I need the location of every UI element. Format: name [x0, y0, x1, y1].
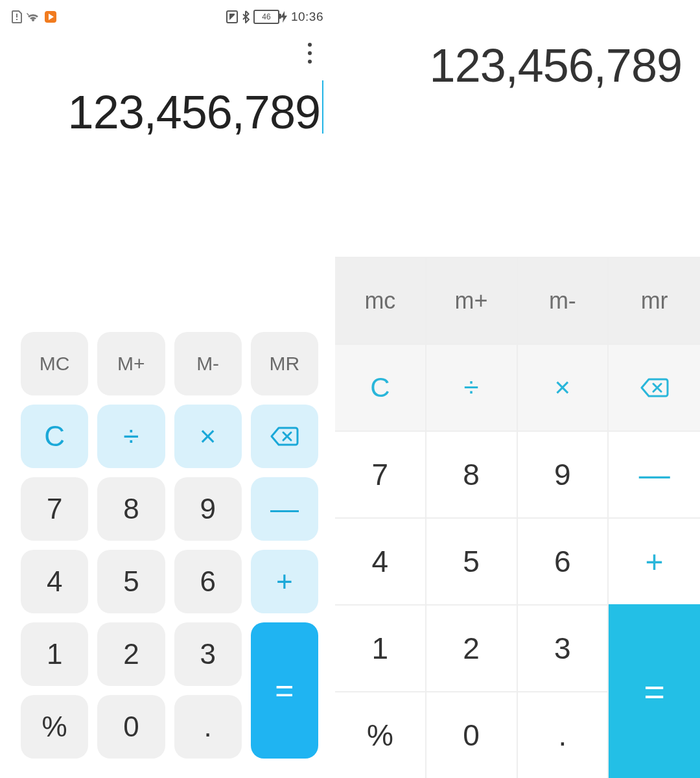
- menu-bar: [0, 34, 335, 73]
- clock: 10:36: [291, 10, 323, 24]
- left-calculator: 46 10:36 123,456,789 MC M+ M- MR C ÷ × 7: [0, 0, 335, 778]
- digit-8-button[interactable]: 8: [426, 430, 518, 517]
- minus-button[interactable]: —: [251, 477, 318, 541]
- battery-indicator: 46: [253, 10, 287, 24]
- digit-8-button[interactable]: 8: [97, 477, 165, 541]
- keypad: MC M+ M- MR C ÷ × 7 8 9 — 4 5 6 + 1 2 3 …: [0, 332, 335, 778]
- memory-recall-button[interactable]: mr: [609, 257, 700, 344]
- keypad: mc m+ m- mr C ÷ × 7 8 9 — 4 5 6 + 1 2 3 …: [335, 257, 700, 778]
- digit-0-button[interactable]: 0: [97, 695, 165, 759]
- digit-5-button[interactable]: 5: [97, 550, 165, 613]
- multiply-button[interactable]: ×: [518, 344, 609, 430]
- digit-2-button[interactable]: 2: [97, 622, 165, 686]
- right-calculator: 123,456,789 mc m+ m- mr C ÷ × 7 8 9 — 4 …: [335, 0, 700, 778]
- backspace-icon: [270, 426, 299, 447]
- clear-button[interactable]: C: [21, 405, 88, 468]
- status-bar: 46 10:36: [0, 0, 335, 34]
- display-value: 123,456,789: [335, 39, 682, 92]
- digit-2-button[interactable]: 2: [426, 604, 518, 691]
- percent-button[interactable]: %: [21, 695, 88, 759]
- digit-3-button[interactable]: 3: [174, 622, 242, 686]
- memory-minus-button[interactable]: M-: [174, 332, 242, 395]
- plus-button[interactable]: +: [609, 517, 700, 604]
- bluetooth-icon: [242, 10, 250, 23]
- digit-9-button[interactable]: 9: [518, 430, 609, 517]
- media-icon: [44, 10, 57, 23]
- digit-7-button[interactable]: 7: [335, 430, 426, 517]
- equals-button[interactable]: =: [251, 622, 318, 759]
- battery-level: 46: [262, 12, 270, 21]
- decimal-button[interactable]: .: [174, 695, 242, 759]
- digit-6-button[interactable]: 6: [174, 550, 242, 613]
- nfc-icon: [226, 10, 238, 23]
- divide-button[interactable]: ÷: [426, 344, 518, 430]
- display: 123,456,789: [0, 73, 335, 136]
- plus-button[interactable]: +: [251, 550, 318, 613]
- digit-3-button[interactable]: 3: [518, 604, 609, 691]
- digit-1-button[interactable]: 1: [21, 622, 88, 686]
- backspace-button[interactable]: [251, 405, 318, 468]
- digit-7-button[interactable]: 7: [21, 477, 88, 541]
- memory-plus-button[interactable]: M+: [97, 332, 165, 395]
- digit-6-button[interactable]: 6: [518, 517, 609, 604]
- clear-button[interactable]: C: [335, 344, 426, 430]
- display: 123,456,789: [335, 0, 700, 92]
- display-value: 123,456,789: [68, 86, 320, 138]
- charging-icon: [281, 11, 287, 23]
- decimal-button[interactable]: .: [518, 691, 609, 778]
- divide-button[interactable]: ÷: [97, 405, 165, 468]
- digit-0-button[interactable]: 0: [426, 691, 518, 778]
- wifi-icon: [26, 11, 40, 23]
- equals-button[interactable]: =: [609, 604, 700, 778]
- percent-button[interactable]: %: [335, 691, 426, 778]
- digit-9-button[interactable]: 9: [174, 477, 242, 541]
- memory-minus-button[interactable]: m-: [518, 257, 609, 344]
- minus-button[interactable]: —: [609, 430, 700, 517]
- overflow-menu-icon[interactable]: [308, 43, 312, 64]
- memory-clear-button[interactable]: mc: [335, 257, 426, 344]
- digit-5-button[interactable]: 5: [426, 517, 518, 604]
- cursor: [322, 80, 323, 134]
- memory-recall-button[interactable]: MR: [251, 332, 318, 395]
- backspace-button[interactable]: [609, 344, 700, 430]
- multiply-button[interactable]: ×: [174, 405, 242, 468]
- digit-1-button[interactable]: 1: [335, 604, 426, 691]
- memory-clear-button[interactable]: MC: [21, 332, 88, 395]
- backspace-icon: [640, 377, 670, 398]
- sim-alert-icon: [12, 10, 22, 23]
- memory-plus-button[interactable]: m+: [426, 257, 518, 344]
- digit-4-button[interactable]: 4: [21, 550, 88, 613]
- digit-4-button[interactable]: 4: [335, 517, 426, 604]
